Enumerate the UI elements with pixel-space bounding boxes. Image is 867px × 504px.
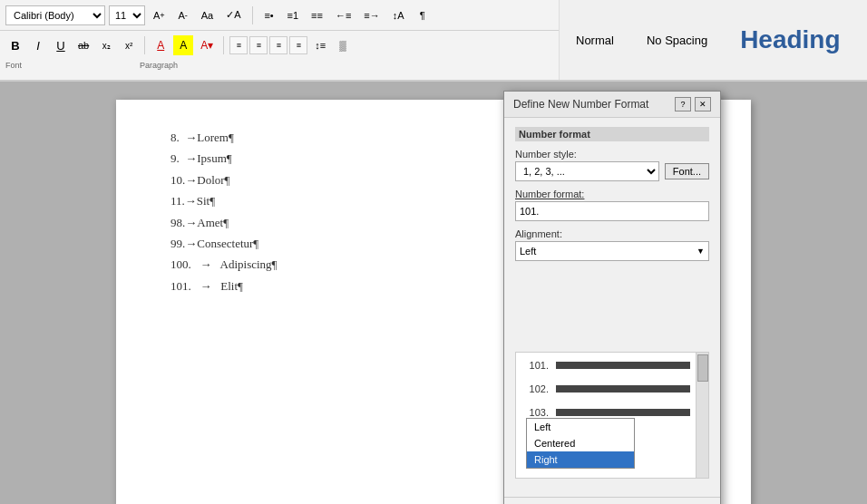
alignment-select[interactable]: Left ▼ xyxy=(515,241,709,261)
number-style-label: Number style: xyxy=(515,149,709,160)
dialog-footer: OK Cancel xyxy=(504,497,720,504)
number-format-label: Number format: xyxy=(515,189,709,199)
number-style-row: 1, 2, 3, ... Font... xyxy=(515,161,709,181)
dropdown-item-centered[interactable]: Centered xyxy=(527,435,634,451)
number-style-select[interactable]: 1, 2, 3, ... xyxy=(515,161,659,181)
dropdown-item-right[interactable]: Right xyxy=(527,451,634,468)
alignment-label: Alignment: xyxy=(515,228,709,239)
dialog-overlay: Define New Number Format ? ✕ Number form… xyxy=(0,0,867,504)
preview-number-3: 103. xyxy=(523,407,549,418)
alignment-selected-value: Left xyxy=(520,246,697,257)
alignment-dropdown-list: Left Centered Right xyxy=(526,418,635,469)
dialog-controls: ? ✕ xyxy=(675,97,711,111)
preview-line-1: 101. xyxy=(523,360,690,371)
dropdown-item-left[interactable]: Left xyxy=(527,419,634,435)
dialog-titlebar: Define New Number Format ? ✕ xyxy=(504,92,720,118)
alignment-row: Left ▼ Left Centered Right xyxy=(515,241,709,261)
preview-bar-2 xyxy=(556,385,690,393)
dialog-close-button[interactable]: ✕ xyxy=(695,97,711,111)
preview-number-1: 101. xyxy=(523,360,549,371)
preview-scrollbar[interactable] xyxy=(696,353,708,478)
define-number-format-dialog: Define New Number Format ? ✕ Number form… xyxy=(503,91,721,504)
font-button[interactable]: Font... xyxy=(665,163,709,179)
preview-scrollbar-thumb xyxy=(697,354,708,382)
dialog-body: Number format Number style: 1, 2, 3, ...… xyxy=(504,118,720,497)
preview-bar-3 xyxy=(556,409,690,416)
dialog-section-title: Number format xyxy=(515,127,709,141)
preview-number-2: 102. xyxy=(523,383,549,394)
preview-bar-1 xyxy=(556,362,690,369)
number-format-input[interactable] xyxy=(515,201,709,221)
preview-line-3: 103. xyxy=(523,407,690,418)
dialog-title: Define New Number Format xyxy=(513,98,648,111)
dialog-help-button[interactable]: ? xyxy=(675,97,691,111)
alignment-dropdown-arrow: ▼ xyxy=(697,247,705,256)
preview-line-2: 102. xyxy=(523,383,690,394)
